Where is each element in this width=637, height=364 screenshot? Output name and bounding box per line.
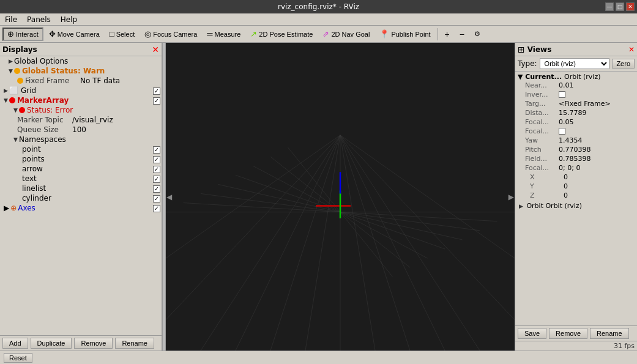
tool-select[interactable]: □ Select bbox=[105, 28, 139, 41]
ns-point-checkbox[interactable]: ✓ bbox=[153, 145, 160, 154]
ns-arrow-label: arrow bbox=[22, 165, 43, 173]
yaw-label: Yaw bbox=[525, 136, 559, 144]
views-panel: ⊞ Views ✕ Type: Orbit (rviz) Zero ▼ Curr… bbox=[515, 43, 637, 351]
list-item[interactable]: cylinder ✓ bbox=[0, 193, 162, 203]
type-label: Type: bbox=[518, 59, 537, 68]
ns-text-checkbox[interactable]: ✓ bbox=[153, 174, 160, 183]
tool-publish-point[interactable]: 📍 Publish Point bbox=[375, 28, 434, 41]
maximize-button[interactable]: □ bbox=[616, 2, 624, 11]
marker-array-checkbox[interactable]: ✓ bbox=[153, 96, 160, 105]
tool-2d-pose[interactable]: ↗ 2D Pose Estimate bbox=[246, 28, 317, 41]
ns-points-checkbox[interactable]: ✓ bbox=[153, 155, 160, 163]
list-item[interactable]: ▼ MarkerArray ✓ bbox=[0, 95, 162, 105]
interact-icon: ⊕ bbox=[7, 29, 14, 39]
ns-arrow-checkbox[interactable]: ✓ bbox=[153, 165, 160, 173]
remove-display-button[interactable]: − bbox=[455, 28, 469, 41]
x-value: 0 bbox=[564, 173, 568, 181]
remove-view-button[interactable]: Remove bbox=[549, 328, 587, 339]
grid-label: Grid bbox=[21, 86, 36, 95]
save-view-button[interactable]: Save bbox=[518, 328, 546, 339]
view-prop-distance: Dista... 15.7789 bbox=[518, 108, 635, 117]
ns-cylinder-checkbox[interactable]: ✓ bbox=[153, 194, 160, 202]
list-item[interactable]: text ✓ bbox=[0, 174, 162, 184]
current-view-section: ▼ Current... Orbit (rviz) Near... 0.01 I… bbox=[515, 72, 637, 201]
list-item[interactable]: ▶ ⊕ Axes ✓ bbox=[0, 203, 162, 213]
remove-button[interactable]: Remove bbox=[74, 338, 113, 349]
near-value: 0.01 bbox=[559, 81, 574, 89]
expand-arrow-icon: ▶ bbox=[4, 87, 8, 94]
list-item[interactable]: linelist ✓ bbox=[0, 184, 162, 193]
reset-button[interactable]: Reset bbox=[4, 353, 32, 363]
grid-checkbox[interactable]: ✓ bbox=[153, 86, 160, 95]
expand-arrow-icon: ▼ bbox=[13, 107, 18, 113]
list-item[interactable]: arrow ✓ bbox=[0, 164, 162, 174]
namespaces-label: Namespaces bbox=[19, 135, 66, 144]
left-resize-arrow[interactable]: ◀ bbox=[166, 193, 172, 201]
marker-topic-label: Marker Topic bbox=[17, 116, 72, 124]
grid-color-icon: ⬜ bbox=[9, 86, 18, 95]
tool-move-camera[interactable]: ✥ Move Camera bbox=[45, 28, 104, 41]
focal-dist-value: 0.05 bbox=[559, 118, 574, 126]
invert-checkbox[interactable] bbox=[559, 91, 565, 98]
focal-checkbox[interactable] bbox=[559, 128, 565, 135]
list-item[interactable]: points ✓ bbox=[0, 154, 162, 164]
tool-focus-camera[interactable]: ◎ Focus Camera bbox=[140, 28, 201, 41]
views-panel-title: Views bbox=[527, 45, 552, 54]
near-label: Near... bbox=[525, 81, 559, 89]
ns-points-checked-icon: ✓ bbox=[153, 156, 160, 163]
axes-label: Axes bbox=[18, 204, 35, 212]
list-item[interactable]: ▶ Global Options bbox=[0, 56, 162, 66]
y-label: Y bbox=[530, 182, 564, 190]
fov-value: 0.785398 bbox=[559, 155, 591, 163]
views-icon: ⊞ bbox=[518, 45, 525, 54]
toolbar: ⊕ Interact ✥ Move Camera □ Select ◎ Focu… bbox=[0, 26, 637, 43]
axes-checkbox[interactable]: ✓ bbox=[153, 204, 160, 212]
z-value: 0 bbox=[564, 191, 568, 199]
ns-linelist-checkbox[interactable]: ✓ bbox=[153, 184, 160, 193]
duplicate-button[interactable]: Duplicate bbox=[31, 338, 72, 349]
current-view-header[interactable]: ▼ Current... Orbit (rviz) bbox=[518, 73, 635, 81]
type-select[interactable]: Orbit (rviz) bbox=[540, 58, 610, 69]
list-item[interactable]: point ✓ bbox=[0, 144, 162, 154]
move-camera-icon: ✥ bbox=[49, 29, 56, 39]
status-error-icon bbox=[19, 107, 25, 113]
right-resize-arrow[interactable]: ▶ bbox=[508, 193, 514, 201]
gear-icon: ⚙ bbox=[474, 30, 480, 38]
orbit-view-row[interactable]: ▶ Orbit Orbit (rviz) bbox=[515, 201, 637, 210]
menu-file[interactable]: File bbox=[2, 15, 20, 24]
settings-button[interactable]: ⚙ bbox=[470, 28, 485, 41]
list-item[interactable]: Marker Topic /visual_rviz bbox=[0, 115, 162, 125]
close-button[interactable]: ✕ bbox=[626, 2, 635, 11]
marker-topic-value: /visual_rviz bbox=[72, 116, 113, 124]
displays-panel-close[interactable]: ✕ bbox=[152, 45, 159, 54]
ns-linelist-label: linelist bbox=[22, 184, 46, 193]
minimize-button[interactable]: — bbox=[605, 2, 614, 11]
tool-interact[interactable]: ⊕ Interact bbox=[2, 28, 43, 41]
rename-view-button[interactable]: Rename bbox=[590, 328, 629, 339]
global-status-label: Global Status: Warn bbox=[22, 67, 105, 75]
zero-button[interactable]: Zero bbox=[612, 59, 635, 69]
tool-measure[interactable]: ═ Measure bbox=[203, 28, 245, 41]
list-item[interactable]: ▼ Status: Error bbox=[0, 105, 162, 115]
views-panel-close[interactable]: ✕ bbox=[628, 45, 635, 54]
expand-arrow-icon: ▶ bbox=[9, 58, 13, 64]
fps-display: 31 fps bbox=[515, 341, 637, 351]
status-warn-icon bbox=[17, 78, 23, 84]
focal-pt-value: 0; 0; 0 bbox=[559, 164, 580, 172]
menu-panels[interactable]: Panels bbox=[24, 15, 53, 24]
list-item[interactable]: ▼ Global Status: Warn bbox=[0, 66, 162, 76]
menu-help[interactable]: Help bbox=[58, 15, 80, 24]
tool-2d-nav[interactable]: ⇗ 2D Nav Goal bbox=[318, 28, 374, 41]
list-item[interactable]: ▼ Namespaces bbox=[0, 135, 162, 144]
add-display-button[interactable]: + bbox=[441, 28, 454, 41]
3d-viewport[interactable]: ◀ ▶ bbox=[166, 43, 515, 351]
list-item[interactable]: ▶ ⬜ Grid ✓ bbox=[0, 86, 162, 95]
list-item[interactable]: Fixed Frame No TF data bbox=[0, 76, 162, 86]
fps-value: 31 fps bbox=[614, 342, 635, 350]
x-label: X bbox=[530, 173, 564, 181]
ns-text-label: text bbox=[22, 174, 37, 183]
add-button[interactable]: Add bbox=[2, 338, 28, 349]
z-label: Z bbox=[530, 191, 564, 199]
list-item[interactable]: Queue Size 100 bbox=[0, 125, 162, 135]
rename-button[interactable]: Rename bbox=[115, 338, 154, 349]
